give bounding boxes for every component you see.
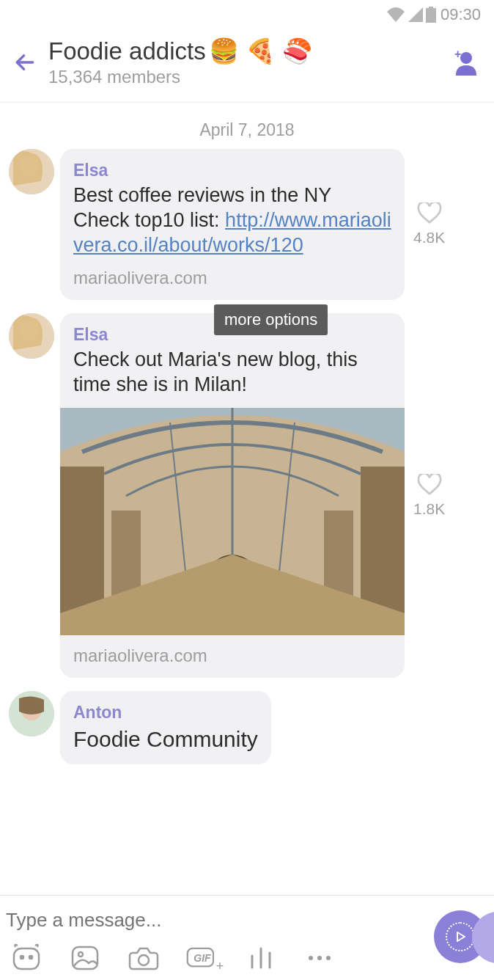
battery-icon (426, 7, 436, 23)
svg-rect-1 (429, 7, 433, 8)
message-input[interactable] (0, 904, 494, 942)
sticker-button[interactable] (10, 942, 43, 974)
gif-label: GIF (193, 952, 210, 964)
avatar[interactable] (9, 149, 54, 194)
svg-point-21 (21, 956, 23, 959)
like-area[interactable]: 1.8K (413, 474, 445, 518)
message-row: Anton Foodie Community (9, 691, 485, 765)
message-row: more options Elsa Check out Maria's new … (9, 313, 485, 678)
sender-name: Anton (73, 703, 258, 723)
compose-bar: GIF + (0, 895, 494, 980)
avatar[interactable] (9, 313, 54, 359)
chat-title-emoji: 🍔 🍕 🍣 (209, 37, 312, 65)
heart-icon (417, 474, 442, 496)
plus-icon: + (216, 959, 224, 974)
wifi-icon (386, 7, 405, 22)
voice-dotted-ring (446, 922, 475, 951)
avatar[interactable] (9, 691, 54, 736)
message-row: Elsa Best coffee reviews in the NY Check… (9, 149, 485, 300)
svg-point-30 (309, 956, 313, 960)
status-time: 09:30 (440, 5, 481, 24)
message-body: Foodie Community (73, 725, 258, 753)
arrow-left-icon (13, 51, 37, 74)
poll-button[interactable] (245, 942, 277, 974)
link-domain: mariaolivera.com (73, 268, 391, 288)
chat-header: Foodie addicts 🍔 🍕 🍣 15,364 members + (0, 29, 494, 103)
image-icon (70, 943, 100, 973)
gif-button[interactable]: GIF + (186, 942, 218, 974)
svg-point-24 (78, 952, 83, 957)
invite-button[interactable]: + (446, 45, 481, 80)
bars-icon (246, 943, 276, 973)
signal-icon (408, 7, 423, 22)
camera-button[interactable] (128, 942, 160, 974)
like-count: 4.8K (413, 229, 445, 246)
date-separator: April 7, 2018 (9, 103, 485, 149)
sticker-icon (11, 943, 42, 973)
status-icons (386, 7, 436, 23)
heart-icon (417, 202, 442, 224)
like-count: 1.8K (413, 500, 445, 518)
back-button[interactable] (7, 45, 43, 80)
chat-title: Foodie addicts (48, 37, 206, 65)
svg-rect-23 (73, 947, 97, 969)
svg-text:+: + (454, 48, 461, 60)
message-body: Best coffee reviews in the NY Check top1… (73, 183, 391, 257)
message-bubble[interactable]: Elsa Best coffee reviews in the NY Check… (60, 149, 405, 300)
link-domain: mariaolivera.com (73, 646, 391, 666)
play-icon (454, 931, 466, 943)
sender-name: Elsa (73, 161, 391, 180)
more-button[interactable] (303, 942, 336, 974)
chat-subtitle: 15,364 members (48, 67, 446, 87)
message-bubble[interactable]: more options Elsa Check out Maria's new … (60, 313, 405, 678)
like-area[interactable]: 4.8K (413, 202, 445, 246)
status-bar: 09:30 (0, 0, 494, 29)
message-image[interactable] (60, 408, 405, 635)
svg-point-31 (317, 956, 322, 960)
svg-point-3 (460, 52, 472, 64)
add-user-icon: + (449, 48, 478, 77)
svg-point-22 (29, 956, 32, 959)
message-body: Check out Maria's new blog, this time sh… (73, 348, 391, 398)
header-title-block[interactable]: Foodie addicts 🍔 🍕 🍣 15,364 members (48, 37, 446, 87)
svg-point-32 (326, 956, 331, 960)
camera-icon (128, 943, 159, 973)
messages-list[interactable]: April 7, 2018 Elsa Best coffee reviews i… (0, 103, 494, 778)
svg-point-25 (139, 955, 149, 965)
gallery-button[interactable] (69, 942, 101, 974)
svg-rect-0 (426, 8, 436, 23)
tooltip-more-options: more options (214, 304, 328, 335)
more-icon (305, 951, 334, 965)
message-bubble[interactable]: Anton Foodie Community (60, 691, 271, 765)
svg-rect-20 (14, 948, 39, 969)
